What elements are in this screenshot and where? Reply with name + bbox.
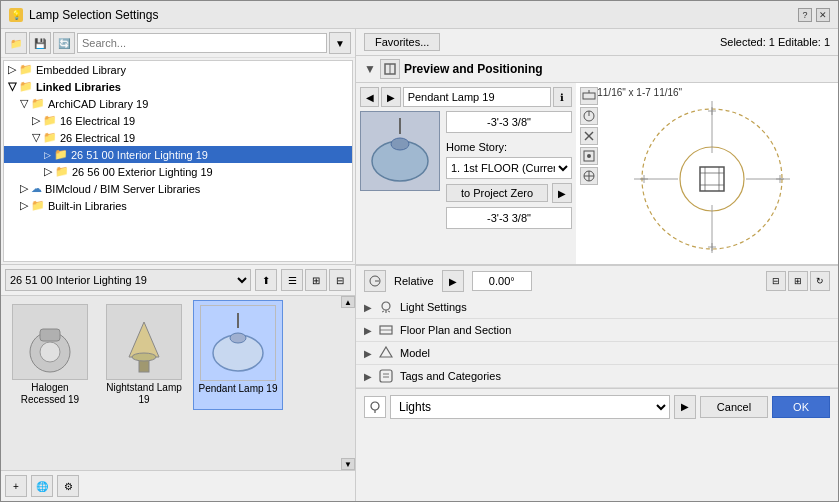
tree-label: ArchiCAD Library 19	[48, 98, 148, 110]
tree-item-embedded[interactable]: ▷ 📁 Embedded Library	[4, 61, 352, 78]
tree-label: Embedded Library	[36, 64, 126, 76]
svg-line-49	[388, 311, 390, 312]
search-input[interactable]	[77, 33, 327, 53]
list-view-button[interactable]: ☰	[281, 269, 303, 291]
side-icon-1[interactable]	[580, 87, 598, 105]
to-project-arrow[interactable]: ▶	[552, 183, 572, 203]
earth-button[interactable]: 🌐	[31, 475, 53, 497]
tree-label: 26 51 00 Interior Lighting 19	[71, 149, 208, 161]
tree-label: 26 Electrical 19	[60, 132, 135, 144]
accordion-floor-plan[interactable]: ▶ Floor Plan and Section	[356, 319, 838, 342]
lights-arrow-button[interactable]: ▶	[674, 395, 696, 419]
side-icon-4[interactable]	[580, 147, 598, 165]
svg-rect-27	[700, 167, 724, 191]
tree-item-interior-lighting[interactable]: ▷ 📁 26 51 00 Interior Lighting 19	[4, 146, 352, 163]
main-content: 📁 💾 🔄 ▼ ▷ 📁 Embedded Library ▽ 📁 Li	[1, 29, 838, 501]
right-panel: Favorites... Selected: 1 Editable: 1 ▼ P…	[356, 29, 838, 501]
add-button[interactable]: +	[5, 475, 27, 497]
thumbnail-area[interactable]: Halogen Recessed 19 Nightstand Lamp 19	[1, 295, 355, 470]
rotate-btn[interactable]: ↻	[810, 271, 830, 291]
ok-button[interactable]: OK	[772, 396, 830, 418]
angle-input[interactable]	[472, 271, 532, 291]
relative-icon-btn[interactable]	[364, 270, 386, 292]
floor-plan-label: Floor Plan and Section	[400, 324, 511, 336]
accordion-model[interactable]: ▶ Model	[356, 342, 838, 365]
large-grid-view-button[interactable]: ⊟	[329, 269, 351, 291]
search-button[interactable]: ▼	[329, 32, 351, 54]
tree-expand-icon: ▷	[44, 150, 51, 160]
thumb-pendant[interactable]: Pendant Lamp 19	[193, 300, 283, 410]
tree-panel[interactable]: ▷ 📁 Embedded Library ▽ 📁 Linked Librarie…	[3, 60, 353, 262]
svg-marker-52	[380, 347, 392, 357]
relative-arrow-btn[interactable]: ▶	[442, 270, 464, 292]
lights-select[interactable]: Lights	[390, 395, 670, 419]
view-buttons: ☰ ⊞ ⊟	[281, 269, 351, 291]
footer: Lights ▶ Cancel OK	[356, 388, 838, 424]
info-button[interactable]: ℹ	[553, 87, 572, 107]
light-settings-arrow: ▶	[364, 302, 372, 313]
tree-item-bimcloud[interactable]: ▷ ☁ BIMcloud / BIM Server Libraries	[4, 180, 352, 197]
accordion-tags[interactable]: ▶ Tags and Categories	[356, 365, 838, 388]
thumbnail-grid: Halogen Recessed 19 Nightstand Lamp 19	[5, 300, 351, 410]
close-button[interactable]: ✕	[816, 8, 830, 22]
settings-button[interactable]: ⚙	[57, 475, 79, 497]
svg-marker-3	[129, 322, 159, 357]
lamp-preview-box	[360, 111, 440, 191]
thumb-halogen[interactable]: Halogen Recessed 19	[5, 300, 95, 410]
mirror-x-btn[interactable]: ⊟	[766, 271, 786, 291]
refresh-button[interactable]: 🔄	[53, 32, 75, 54]
measurement-input-1[interactable]	[446, 111, 572, 133]
thumb-pendant-img	[200, 305, 276, 381]
tree-item-electrical16[interactable]: ▷ 📁 16 Electrical 19	[4, 112, 352, 129]
svg-line-48	[382, 311, 384, 312]
accordion-light-settings[interactable]: ▶ Light Settings	[356, 296, 838, 319]
cancel-button[interactable]: Cancel	[700, 396, 768, 418]
tags-icon	[378, 368, 394, 384]
thumb-halogen-label: Halogen Recessed 19	[9, 382, 91, 406]
tree-item-builtin[interactable]: ▷ 📁 Built-in Libraries	[4, 197, 352, 214]
folder-icon: 📁	[19, 80, 33, 93]
next-button[interactable]: ▶	[381, 87, 400, 107]
help-button[interactable]: ?	[798, 8, 812, 22]
tree-item-electrical26[interactable]: ▽ 📁 26 Electrical 19	[4, 129, 352, 146]
folder-select[interactable]: 26 51 00 Interior Lighting 19	[5, 269, 251, 291]
save-button[interactable]: 💾	[29, 32, 51, 54]
model-label: Model	[400, 347, 430, 359]
grid-view-button[interactable]: ⊞	[305, 269, 327, 291]
preview-name-input[interactable]	[403, 87, 551, 107]
folder-icon: 📁	[19, 63, 33, 76]
scroll-down-button[interactable]: ▼	[341, 458, 355, 470]
tree-item-archicad[interactable]: ▽ 📁 ArchiCAD Library 19	[4, 95, 352, 112]
svg-point-26	[680, 147, 744, 211]
bottom-action-bar: + 🌐 ⚙	[1, 470, 355, 501]
tree-expand-icon: ▽	[8, 80, 16, 93]
thumb-nightstand[interactable]: Nightstand Lamp 19	[99, 300, 189, 410]
preview-collapse-arrow[interactable]: ▼	[364, 62, 376, 76]
side-icon-3[interactable]	[580, 127, 598, 145]
dialog-title: Lamp Selection Settings	[29, 8, 158, 22]
lights-section: Lights ▶	[364, 395, 696, 419]
mirror-y-btn[interactable]: ⊞	[788, 271, 808, 291]
model-icon	[378, 345, 394, 361]
folder-view-button[interactable]: 📁	[5, 32, 27, 54]
measurement-input-2[interactable]	[446, 207, 572, 229]
story-select[interactable]: 1. 1st FLOOR (Current)	[446, 157, 572, 179]
tree-expand-icon: ▷	[20, 182, 28, 195]
favorites-button[interactable]: Favorites...	[364, 33, 440, 51]
title-controls: ? ✕	[798, 8, 830, 22]
tree-item-linked[interactable]: ▽ 📁 Linked Libraries	[4, 78, 352, 95]
prev-button[interactable]: ◀	[360, 87, 379, 107]
thumbnail-scrollbar[interactable]: ▲ ▼	[341, 296, 355, 470]
tree-item-exterior-lighting[interactable]: ▷ 📁 26 56 00 Exterior Lighting 19	[4, 163, 352, 180]
folder-up-button[interactable]: ⬆	[255, 269, 277, 291]
scrollbar-track[interactable]	[341, 308, 355, 458]
svg-point-13	[391, 138, 409, 150]
halogen-lamp-svg	[15, 307, 85, 377]
accordion-sections: ▶ Light Settings ▶ Floor Plan and Sectio…	[356, 296, 838, 388]
to-project-button[interactable]: to Project Zero	[446, 184, 548, 202]
side-icon-2[interactable]	[580, 107, 598, 125]
left-panel: 📁 💾 🔄 ▼ ▷ 📁 Embedded Library ▽ 📁 Li	[1, 29, 356, 501]
side-icon-5[interactable]	[580, 167, 598, 185]
thumb-nightstand-label: Nightstand Lamp 19	[103, 382, 185, 406]
scroll-up-button[interactable]: ▲	[341, 296, 355, 308]
